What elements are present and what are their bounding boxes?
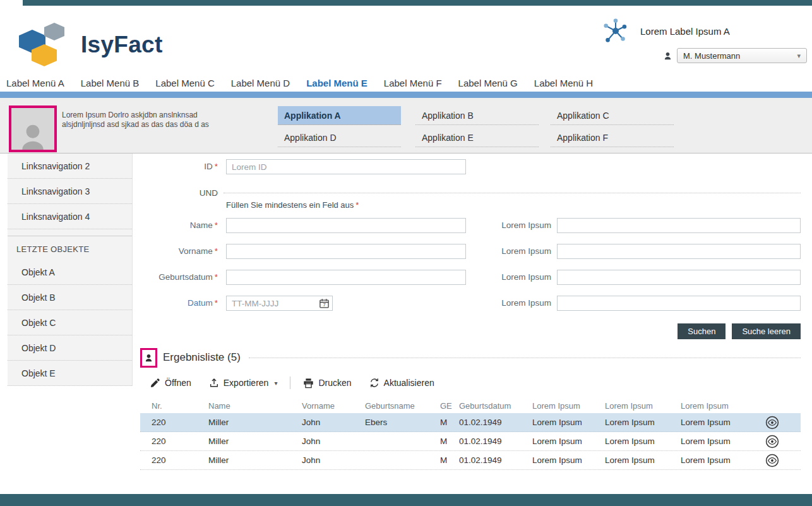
export-button[interactable]: Exportieren ▾ [209,378,278,388]
cell-vorname: John [302,455,365,465]
avatar-person-icon [16,121,50,152]
nav-item-label-menu-c[interactable]: Label Menü C [155,78,214,88]
table-row[interactable]: 220 Miller John M 01.02.1949 Lorem Ipsum… [140,432,801,451]
cell-lorem-3: Lorem Ipsum [681,437,744,446]
app-link-applikation-b[interactable]: Applikation B [415,106,539,125]
form-hint: Füllen Sie mindestens ein Feld aus* [226,200,359,210]
logo[interactable]: IsyFact [18,21,163,68]
refresh-button[interactable]: Aktualisieren [369,378,434,388]
name-label-text: Name [190,220,213,230]
cell-lorem-1: Lorem Ipsum [532,437,605,446]
cell-geburtsdatum: 01.02.1949 [459,418,532,427]
id-input[interactable] [226,159,466,174]
open-button-label: Öffnen [165,378,191,388]
nav-accent-strip [0,92,812,98]
cell-lorem-2: Lorem Ipsum [605,455,681,465]
name-input[interactable] [226,218,466,233]
name-label: Name* [142,220,218,231]
sidebar-item-objekt-b[interactable]: Objekt B [8,285,132,310]
eye-icon [765,454,779,467]
column-header-ge: GE [440,401,459,411]
required-marker: * [215,246,218,256]
sidebar-item-linksnavigation-4[interactable]: Linksnavigation 4 [8,204,132,229]
app-link-applikation-e[interactable]: Applikation E [415,128,539,147]
toolbar-separator [290,376,290,389]
lorem-input-3[interactable] [557,270,801,285]
results-table: Nr. Name Vorname Geburtsname GE Geburtsd… [140,398,801,470]
date-picker-button[interactable] [317,298,331,309]
logo-text: IsyFact [81,32,163,58]
nav-item-label-menu-b[interactable]: Label Menü B [81,78,140,88]
nav-item-label-menu-e[interactable]: Label Menü E [306,78,367,88]
printer-icon [303,378,314,389]
flyout-description-line1: Lorem Ipsum Dorlro askjdbn anslnknsad [62,111,277,120]
results-header: Ergebnisliste (5) [140,347,801,368]
view-row-button[interactable] [765,434,780,449]
results-title: Ergebnisliste (5) [163,351,241,364]
sidebar-item-objekt-e[interactable]: Objekt E [8,361,132,386]
sidebar-item-linksnavigation-2[interactable]: Linksnavigation 2 [8,154,132,179]
lorem-input-1[interactable] [557,218,801,233]
table-row[interactable]: 220 Miller John Ebers M 01.02.1949 Lorem… [140,413,801,432]
sidebar-item-objekt-a[interactable]: Objekt A [8,260,132,285]
open-button[interactable]: Öffnen [150,378,191,388]
lorem-label-3: Lorem Ipsum [475,272,551,282]
cell-nr: 220 [152,437,208,446]
lorem-input-2[interactable] [557,244,801,259]
view-row-button[interactable] [765,415,780,430]
table-row[interactable]: 220 Miller John M 01.02.1949 Lorem Ipsum… [140,451,801,470]
geburtsdatum-input[interactable] [226,270,466,285]
logo-hexagons-icon [18,21,71,68]
column-header-vorname: Vorname [302,401,365,411]
sidebar-item-objekt-c[interactable]: Objekt C [8,310,132,335]
lorem-label-4: Lorem Ipsum [475,298,551,308]
sidebar-item-objekt-d[interactable]: Objekt D [8,335,132,361]
required-marker: * [355,200,359,210]
search-button[interactable]: Suchen [678,323,725,339]
main-nav: Label Menü A Label Menü B Label Menü C L… [0,75,593,92]
application-hub-icon [601,16,630,45]
lorem-label-1: Lorem Ipsum [475,220,551,231]
hint-text: Füllen Sie mindestens ein Feld aus [226,200,354,210]
cell-ge: M [440,455,459,465]
app-link-applikation-d[interactable]: Applikation D [278,128,401,147]
export-icon [209,378,219,388]
person-icon [144,353,153,363]
nav-item-label-menu-d[interactable]: Label Menü D [231,78,290,88]
id-label: ID* [142,162,218,172]
vorname-label-text: Vorname [179,246,213,256]
column-header-nr: Nr. [152,401,208,411]
user-icon [663,51,672,61]
eye-icon [765,435,779,449]
cell-lorem-1: Lorem Ipsum [532,418,605,427]
cell-vorname: John [302,418,365,427]
cell-name: Miller [208,418,302,427]
lorem-input-4[interactable] [557,296,801,311]
column-header-lorem-2: Lorem Ipsum [605,401,681,411]
nav-item-label-menu-h[interactable]: Label Menü H [534,78,593,88]
cell-geburtsname: Ebers [365,418,440,427]
vorname-input[interactable] [226,244,466,259]
chevron-down-icon: ▾ [797,52,801,60]
table-header-row: Nr. Name Vorname Geburtsname GE Geburtsd… [140,398,801,413]
nav-item-label-menu-f[interactable]: Label Menü F [384,78,442,88]
nav-item-label-menu-a[interactable]: Label Menü A [6,78,64,88]
cell-lorem-3: Lorem Ipsum [681,418,744,427]
geburtsdatum-label: Geburtsdatum* [142,272,218,282]
top-accent-bar [23,0,812,6]
clear-search-button[interactable]: Suche leeren [732,323,801,339]
app-menu-flyout: Lorem Ipsum Dorlro askjdbn anslnknsad al… [0,98,812,154]
cell-lorem-2: Lorem Ipsum [605,418,681,427]
footer-bar [0,494,812,506]
app-link-applikation-c[interactable]: Applikation C [551,106,674,125]
app-link-applikation-f[interactable]: Applikation F [551,128,674,147]
user-select[interactable]: M. Mustermann ▾ [677,48,807,63]
print-button[interactable]: Drucken [303,378,351,389]
cell-lorem-3: Lorem Ipsum [681,455,744,465]
avatar-annotation-box [9,105,57,152]
app-link-applikation-a[interactable]: Applikation A [278,106,401,125]
sidebar-item-linksnavigation-3[interactable]: Linksnavigation 3 [8,179,132,204]
view-row-button[interactable] [765,453,780,468]
nav-item-label-menu-g[interactable]: Label Menü G [458,78,518,88]
required-marker: * [215,162,218,171]
